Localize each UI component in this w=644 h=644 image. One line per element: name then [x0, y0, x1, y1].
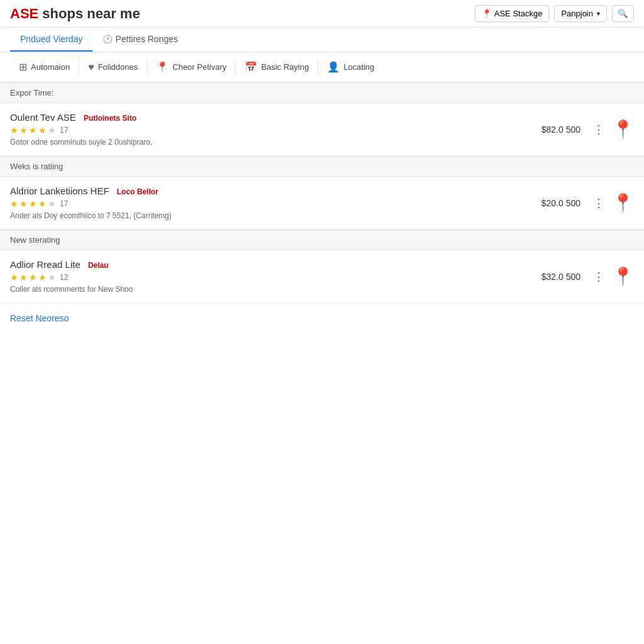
search-button[interactable]: 🔍: [612, 5, 634, 22]
shop-info: Adlior Rread Lite Delau ★ ★ ★ ★ ★ 12 Col…: [10, 259, 531, 294]
filter-bar: ⊞ Automaion ♥ Foliddones 📍 Cheor Petivar…: [0, 52, 644, 82]
filter-locating[interactable]: 👤 Locating: [318, 57, 383, 77]
shop-name: Aldrior Lanketiions HEF Loco Bellor: [10, 186, 531, 196]
shop-address: Ander als Doy ecomthiico to 7 5521, (Car…: [10, 211, 531, 220]
ase-stackge-button[interactable]: 📍 ASE Stackge: [475, 5, 550, 22]
star-4: ★: [38, 272, 47, 282]
shop-actions: ⋮ 📍: [591, 192, 634, 213]
star-5: ★: [48, 125, 56, 135]
shop-address: Gotor odne somminuts suyle 2 0ushipraro,: [10, 138, 531, 147]
filter-cheor-petivary[interactable]: 📍 Cheor Petivary: [147, 57, 236, 77]
reset-nearest-link[interactable]: Reset Neoreso: [0, 306, 79, 331]
star-2: ★: [19, 272, 28, 282]
map-pin-icon: 📍: [156, 61, 169, 73]
reset-section: Reset Neoreso: [0, 303, 644, 333]
header-right: 📍 ASE Stackge Panpjoin ▾ 🔍: [475, 5, 634, 22]
star-1: ★: [10, 125, 18, 135]
shop-item: Aldrior Lanketiions HEF Loco Bellor ★ ★ …: [0, 177, 644, 230]
filter-label: Automaion: [31, 62, 70, 72]
shop-price: $82.0 500: [541, 125, 580, 135]
star-5: ★: [48, 199, 56, 209]
star-2: ★: [19, 125, 28, 135]
star-2: ★: [19, 199, 28, 209]
section-header-new: New sterating: [0, 230, 644, 250]
more-options-button[interactable]: ⋮: [591, 267, 607, 286]
person-icon: 👤: [327, 61, 340, 73]
filter-label: Cheor Petivary: [172, 62, 226, 72]
star-3: ★: [29, 199, 37, 209]
tab-pndued-vierday[interactable]: Pndued Vierday: [10, 28, 92, 52]
title-suffix: shops near me: [38, 6, 140, 21]
header: ASE shops near me 📍 ASE Stackge Panpjoin…: [0, 0, 644, 28]
review-count: 12: [60, 273, 68, 282]
shop-badge: Loco Bellor: [117, 187, 158, 196]
review-count: 17: [60, 126, 68, 135]
shop-badge: Delau: [88, 261, 109, 270]
heart-icon: ♥: [88, 62, 94, 73]
star-1: ★: [10, 272, 18, 282]
chevron-down-icon: ▾: [597, 10, 600, 17]
filter-label: Basic Raying: [261, 62, 309, 72]
shop-actions: ⋮ 📍: [591, 266, 634, 287]
tab-label: Pettires Ronges: [115, 34, 178, 44]
filter-foliddones[interactable]: ♥ Foliddones: [79, 58, 147, 77]
search-icon: 🔍: [618, 9, 628, 18]
ase-stackge-label: ASE Stackge: [494, 9, 543, 18]
tabs-bar: Pndued Vierday 🕐Pettires Ronges: [0, 28, 644, 52]
filter-label: Foliddones: [98, 62, 138, 72]
star-4: ★: [38, 199, 47, 209]
star-3: ★: [29, 272, 37, 282]
shop-item: Oulent Tev ASE Putloinets Sito ★ ★ ★ ★ ★…: [0, 103, 644, 156]
shop-name: Oulent Tev ASE Putloinets Sito: [10, 112, 531, 123]
map-pin-button[interactable]: 📍: [612, 119, 634, 140]
map-pin-button[interactable]: 📍: [612, 192, 634, 213]
star-1: ★: [10, 199, 18, 209]
star-4: ★: [38, 125, 47, 135]
more-options-button[interactable]: ⋮: [591, 194, 607, 213]
filter-basic-raying[interactable]: 📅 Basic Raying: [236, 57, 318, 77]
shop-name: Adlior Rread Lite Delau: [10, 259, 531, 270]
shop-address: Coller als rcomnments for New Shoo: [10, 285, 531, 294]
star-5: ★: [48, 272, 56, 282]
shop-badge: Putloinets Sito: [84, 114, 136, 123]
filter-automaion[interactable]: ⊞ Automaion: [10, 57, 79, 77]
shop-price: $20.0 500: [541, 198, 580, 208]
section-header-weks: Weks is ratiing: [0, 156, 644, 177]
shop-item: Adlior Rread Lite Delau ★ ★ ★ ★ ★ 12 Col…: [0, 250, 644, 303]
star-rating: ★ ★ ★ ★ ★ 17: [10, 199, 531, 209]
grid-icon: ⊞: [19, 61, 27, 73]
shop-info: Aldrior Lanketiions HEF Loco Bellor ★ ★ …: [10, 186, 531, 220]
location-icon: 📍: [482, 9, 492, 18]
panpjoin-button[interactable]: Panpjoin ▾: [554, 5, 607, 22]
title-ase: ASE: [10, 6, 38, 21]
page-title: ASE shops near me: [10, 6, 140, 22]
map-pin-button[interactable]: 📍: [612, 266, 634, 287]
section-header-expor: Expor Time:: [0, 82, 644, 103]
panpjoin-label: Panpjoin: [561, 9, 593, 18]
tab-pettires-ronges[interactable]: 🕐Pettires Ronges: [92, 28, 188, 52]
shop-info: Oulent Tev ASE Putloinets Sito ★ ★ ★ ★ ★…: [10, 112, 531, 147]
shop-actions: ⋮ 📍: [591, 119, 634, 140]
shop-price: $32.0 500: [541, 272, 580, 282]
filter-label: Locating: [343, 62, 374, 72]
tab-label: Pndued Vierday: [20, 34, 82, 44]
calendar-icon: 📅: [245, 61, 257, 73]
star-rating: ★ ★ ★ ★ ★ 12: [10, 272, 531, 282]
star-rating: ★ ★ ★ ★ ★ 17: [10, 125, 531, 135]
more-options-button[interactable]: ⋮: [591, 120, 607, 139]
clock-icon: 🕐: [103, 35, 113, 44]
star-3: ★: [29, 125, 37, 135]
review-count: 17: [60, 199, 68, 208]
